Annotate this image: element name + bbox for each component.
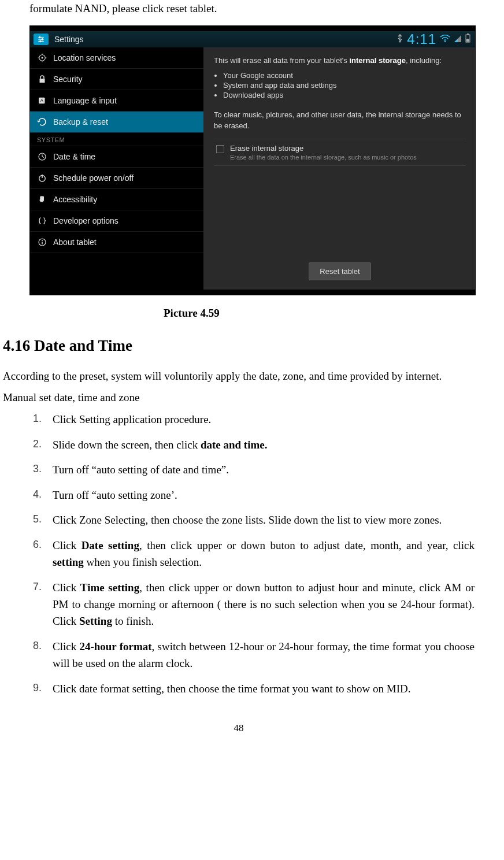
power-icon	[37, 173, 47, 183]
battery-icon	[465, 33, 470, 46]
usb-icon	[396, 33, 403, 46]
erase-warning-line: This will erase all data from your table…	[214, 55, 466, 66]
step-1: Click Setting application procedure.	[53, 411, 475, 428]
svg-point-7	[444, 41, 446, 42]
section-heading: 4.16 Date and Time	[3, 337, 475, 355]
step-2: Slide down the screen, then click date a…	[53, 436, 475, 453]
braces-icon	[37, 216, 47, 226]
sidebar-item-label: Schedule power on/off	[53, 173, 134, 183]
sidebar-item-label: Location services	[53, 53, 116, 62]
svg-point-6	[399, 41, 401, 43]
sidebar-item-label: Backup & reset	[53, 117, 108, 127]
language-icon: A	[37, 95, 47, 106]
subheading-manual: Manual set date, time and zone	[3, 391, 475, 404]
backup-icon	[37, 117, 47, 127]
paragraph-intro: According to the preset, system will vol…	[3, 368, 475, 384]
sidebar-item-label: About tablet	[53, 238, 97, 247]
statusbar-title: Settings	[54, 35, 84, 44]
reset-tablet-button[interactable]: Reset tablet	[309, 262, 370, 280]
erase-storage-row[interactable]: Erase internal storage Erase all the dat…	[214, 139, 466, 166]
location-icon	[37, 53, 47, 63]
svg-rect-9	[467, 34, 469, 35]
wifi-icon	[440, 33, 450, 46]
erase-storage-subtitle: Erase all the data on the internal stora…	[230, 154, 417, 161]
step-9: Click date format setting, then choose t…	[53, 680, 475, 697]
sidebar-item-schedule-power[interactable]: Schedule power on/off	[30, 168, 203, 189]
figure-caption: Picture 4.59	[164, 307, 475, 320]
step-3: Turn off “auto setting of date and time”…	[53, 461, 475, 478]
sidebar-item-security[interactable]: Security	[30, 69, 203, 90]
sidebar-item-developer[interactable]: Developer options	[30, 210, 203, 232]
settings-app-icon	[34, 34, 49, 45]
bullet-item: System and app data and settings	[223, 81, 466, 90]
step-6: Click Date setting, then click upper or …	[53, 537, 475, 571]
svg-point-12	[42, 57, 43, 59]
sidebar-item-location[interactable]: Location services	[30, 47, 203, 69]
svg-point-5	[40, 40, 41, 42]
sidebar-item-label: Developer options	[53, 216, 118, 225]
step-4: Turn off “auto setting zone’.	[53, 487, 475, 503]
android-screenshot: Settings 4:11 Location services Security…	[29, 25, 476, 295]
svg-rect-10	[466, 39, 469, 42]
settings-sidebar: Location services Security A Language & …	[30, 47, 203, 290]
sidebar-item-label: Date & time	[53, 152, 95, 161]
svg-line-22	[42, 157, 44, 158]
step-7: Click Time setting, then click upper or …	[53, 579, 475, 630]
sidebar-item-label: Accessibility	[53, 195, 97, 204]
sidebar-item-label: Security	[53, 75, 83, 84]
clock-time: 4:11	[407, 31, 436, 47]
svg-point-4	[42, 39, 43, 40]
bullet-item: Downloaded apps	[223, 91, 466, 99]
svg-text:A: A	[40, 98, 43, 103]
intro-text: formulate NAND, please click reset table…	[29, 2, 475, 15]
lock-icon	[37, 74, 47, 84]
svg-rect-17	[40, 79, 45, 83]
info-icon	[37, 237, 47, 247]
erase-storage-title: Erase internal storage	[230, 144, 417, 153]
sidebar-item-about[interactable]: About tablet	[30, 232, 203, 253]
sidebar-item-backup-reset[interactable]: Backup & reset	[30, 112, 203, 133]
sidebar-item-label: Language & input	[53, 96, 117, 105]
page-number: 48	[3, 722, 475, 734]
main-pane: This will erase all data from your table…	[203, 47, 475, 290]
step-5: Click Zone Selecting, then choose the zo…	[53, 511, 475, 528]
sidebar-section-system: SYSTEM	[30, 133, 203, 146]
svg-point-26	[42, 240, 43, 241]
erase-bullets: Your Google account System and app data …	[223, 70, 466, 101]
statusbar: Settings 4:11	[30, 31, 475, 47]
steps-list: 1.Click Setting application procedure. 2…	[33, 411, 475, 697]
sidebar-item-accessibility[interactable]: Accessibility	[30, 189, 203, 210]
svg-point-3	[39, 36, 40, 38]
hand-icon	[37, 194, 47, 205]
signal-icon	[454, 33, 462, 46]
clear-music-text: To clear music, pictures, and other user…	[214, 110, 466, 132]
sidebar-item-datetime[interactable]: Date & time	[30, 146, 203, 168]
erase-checkbox[interactable]	[216, 145, 224, 153]
bullet-item: Your Google account	[223, 71, 466, 80]
clock-icon	[37, 151, 47, 162]
sidebar-item-language[interactable]: A Language & input	[30, 90, 203, 112]
step-8: Click 24-hour format, switch between 12-…	[53, 638, 475, 672]
